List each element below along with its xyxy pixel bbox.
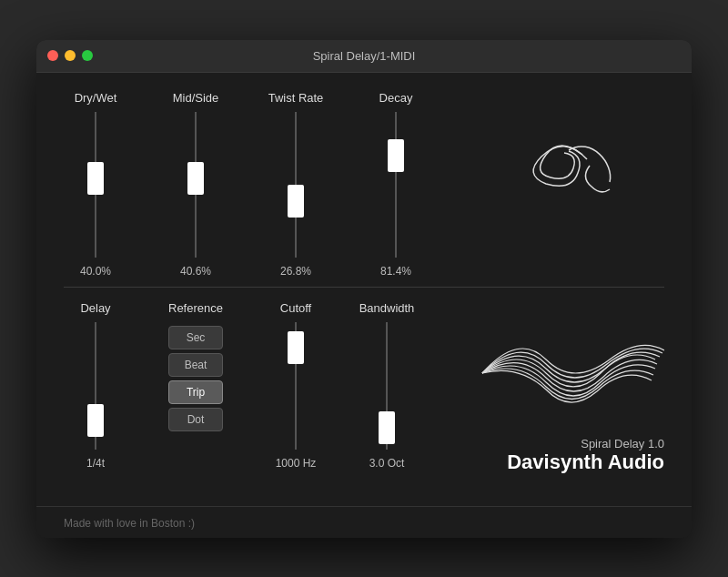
twistrate-handle[interactable] <box>288 185 304 218</box>
footer: Made with love in Boston :) <box>36 506 692 538</box>
bandwidth-value: 3.0 Oct <box>369 457 405 470</box>
brand-version: Spiral Delay 1.0 <box>507 437 664 450</box>
delay-label: Delay <box>80 301 110 315</box>
drywet-value: 40.0% <box>80 265 111 278</box>
bottom-section: Delay 1/4t Reference Sec Beat Trip Dot <box>64 301 664 483</box>
reference-label: Reference <box>168 301 223 315</box>
midside-label: Mid/Side <box>173 91 219 105</box>
cutoff-handle[interactable] <box>288 331 304 364</box>
spiral-logo-icon <box>482 100 628 246</box>
ref-sec-button[interactable]: Sec <box>168 326 223 349</box>
drywet-label: Dry/Wet <box>75 91 117 105</box>
delay-handle[interactable] <box>87 404 104 437</box>
ref-dot-button[interactable]: Dot <box>168 408 223 431</box>
cutoff-slider[interactable] <box>288 322 304 450</box>
drywet-slider-group: Dry/Wet 40.0% <box>64 91 127 278</box>
reference-buttons: Sec Beat Trip Dot <box>168 326 223 431</box>
bandwidth-slider[interactable] <box>379 322 395 450</box>
reference-group: Reference Sec Beat Trip Dot <box>155 301 237 470</box>
brand-name: Davisynth Audio <box>507 450 664 474</box>
minimize-button[interactable] <box>65 50 76 61</box>
decay-slider-group: Decay 81.4% <box>364 91 428 278</box>
twistrate-slider-group: Twist Rate 26.8% <box>264 91 328 278</box>
ref-beat-button[interactable]: Beat <box>168 353 223 377</box>
delay-value: 1/4t <box>86 457 105 470</box>
twistrate-label: Twist Rate <box>268 91 324 105</box>
decay-slider[interactable] <box>388 112 404 258</box>
midside-slider[interactable] <box>187 112 204 258</box>
top-logo <box>446 91 664 255</box>
twistrate-value: 26.8% <box>280 265 311 278</box>
window-title: Spiral Delay/1-MIDI <box>313 49 416 63</box>
delay-slider-group: Delay 1/4t <box>64 301 127 470</box>
wave-logo-icon <box>464 319 664 428</box>
drywet-slider[interactable] <box>87 112 104 258</box>
bandwidth-slider-group: Bandwidth 3.0 Oct <box>355 301 419 470</box>
close-button[interactable] <box>47 50 58 61</box>
decay-label: Decay <box>379 91 413 105</box>
top-section: Dry/Wet 40.0% Mid/Side 40.6% <box>64 91 664 278</box>
bandwidth-label: Bandwidth <box>359 301 415 315</box>
top-sliders-row: Dry/Wet 40.0% Mid/Side 40.6% <box>64 91 428 278</box>
drywet-handle[interactable] <box>87 162 104 195</box>
midside-slider-group: Mid/Side 40.6% <box>164 91 228 278</box>
cutoff-value: 1000 Hz <box>276 457 317 470</box>
plugin-window: Spiral Delay/1-MIDI Dry/Wet 40.0% Mid/Si… <box>36 40 692 538</box>
decay-track-line <box>395 112 397 258</box>
midside-value: 40.6% <box>180 265 211 278</box>
footer-text: Made with love in Boston :) <box>64 517 195 530</box>
delay-slider[interactable] <box>87 322 104 450</box>
maximize-button[interactable] <box>82 50 93 61</box>
traffic-lights <box>47 50 93 61</box>
main-content: Dry/Wet 40.0% Mid/Side 40.6% <box>36 73 692 492</box>
section-divider <box>64 287 664 288</box>
cutoff-label: Cutoff <box>280 301 311 315</box>
bandwidth-handle[interactable] <box>379 411 395 444</box>
midside-handle[interactable] <box>187 162 204 195</box>
twistrate-slider[interactable] <box>288 112 304 258</box>
titlebar: Spiral Delay/1-MIDI <box>36 40 692 73</box>
decay-handle[interactable] <box>388 139 404 172</box>
bottom-logo-area: Spiral Delay 1.0 Davisynth Audio <box>437 301 664 483</box>
cutoff-slider-group: Cutoff 1000 Hz <box>264 301 328 470</box>
bottom-sliders-row: Delay 1/4t Reference Sec Beat Trip Dot <box>64 301 419 470</box>
brand-text: Spiral Delay 1.0 Davisynth Audio <box>507 437 664 474</box>
decay-value: 81.4% <box>380 265 411 278</box>
ref-trip-button[interactable]: Trip <box>168 380 223 404</box>
